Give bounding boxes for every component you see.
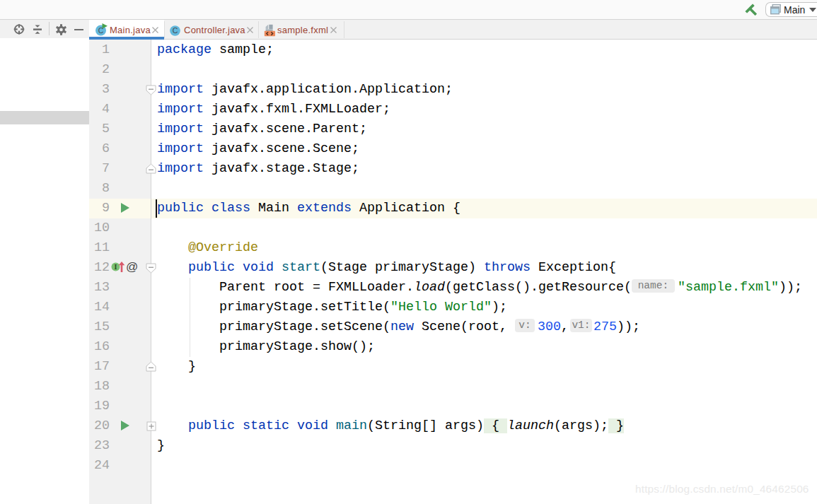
svg-text:I: I	[115, 263, 117, 271]
svg-text:C: C	[173, 26, 178, 35]
